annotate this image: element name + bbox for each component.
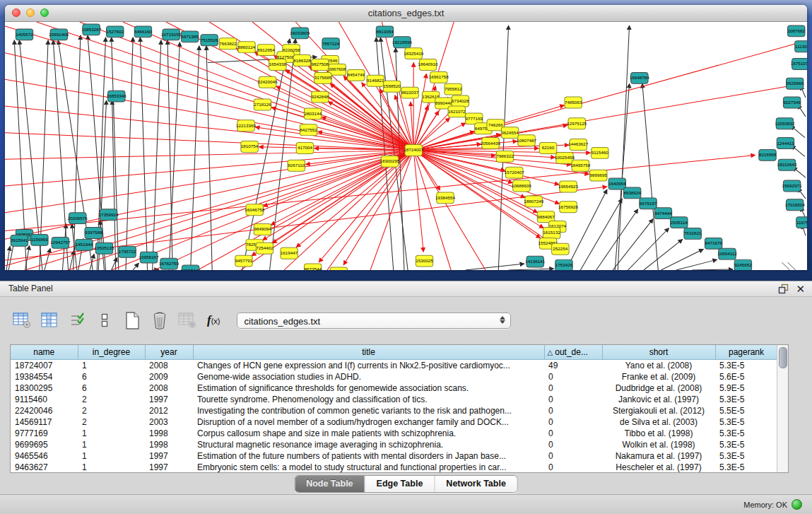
table-cell[interactable]: 2: [78, 416, 145, 428]
table-cell[interactable]: 1997: [145, 394, 193, 405]
table-mode-icon[interactable]: [11, 310, 33, 331]
network-node[interactable]: 18210643: [777, 159, 797, 170]
table-cell[interactable]: 9463627: [11, 462, 78, 473]
network-node[interactable]: 10719155: [161, 29, 182, 40]
network-node[interactable]: 19654923: [558, 181, 579, 192]
tab-node-table[interactable]: Node Table: [295, 476, 365, 492]
resize-grip-icon[interactable]: [782, 262, 800, 270]
column-header-year[interactable]: year: [145, 345, 193, 359]
network-node[interactable]: 9346564: [330, 267, 348, 270]
tab-edge-table[interactable]: Edge Table: [365, 476, 435, 492]
delete-table-icon[interactable]: [177, 310, 198, 331]
network-node[interactable]: 7485063: [565, 97, 582, 108]
network-node[interactable]: 15720407: [505, 167, 525, 178]
network-node[interactable]: 2087682: [787, 25, 805, 37]
table-cell[interactable]: 14569117: [11, 416, 78, 428]
table-scrollbar[interactable]: [777, 345, 788, 472]
table-cell[interactable]: Embryonic stem cells: a model to study s…: [193, 462, 544, 473]
table-cell[interactable]: Estimation of the future numbers of pati…: [193, 450, 544, 462]
table-cell[interactable]: Genome-wide association studies in ADHD.: [193, 371, 544, 382]
network-node[interactable]: 16033809: [290, 28, 310, 39]
network-node[interactable]: 9827508: [312, 59, 329, 71]
network-node[interactable]: 2803144: [304, 108, 322, 119]
network-node[interactable]: 1810754: [241, 141, 259, 153]
delete-column-icon[interactable]: [149, 310, 170, 331]
network-node[interactable]: 1113054: [795, 41, 807, 52]
network-node[interactable]: 6734028: [452, 95, 469, 107]
network-node[interactable]: 12923446: [181, 265, 201, 270]
network-node[interactable]: 8822037: [401, 87, 419, 98]
table-cell[interactable]: Hescheler et al. (1997): [602, 462, 715, 473]
table-cell[interactable]: 49: [544, 359, 602, 371]
table-cell[interactable]: 2003: [145, 416, 193, 428]
function-builder-icon[interactable]: f(x): [207, 313, 220, 327]
network-node[interactable]: 14136141: [525, 256, 546, 267]
table-cell[interactable]: 5.3E-5: [715, 428, 777, 439]
network-node[interactable]: 8813054: [376, 26, 394, 37]
network-node[interactable]: 13505135: [94, 243, 114, 254]
network-node[interactable]: 417004: [296, 143, 313, 154]
table-cell[interactable]: Disruption of a novel member of a sodium…: [193, 416, 544, 428]
table-cell[interactable]: 5.9E-5: [715, 382, 777, 394]
table-cell[interactable]: 5.5E-5: [715, 405, 777, 416]
network-node[interactable]: 3624554: [501, 127, 519, 139]
network-node[interactable]: 1530025: [416, 255, 433, 267]
network-node[interactable]: 1527602: [106, 26, 124, 37]
table-cell[interactable]: 6: [78, 371, 145, 382]
table-cell[interactable]: 2: [78, 405, 145, 416]
network-node[interactable]: 3915941: [11, 235, 28, 246]
table-row[interactable]: 1938455462009Genome-wide association stu…: [11, 371, 777, 382]
network-node[interactable]: 17359924: [99, 209, 119, 221]
network-node[interactable]: 16046758: [245, 204, 265, 216]
table-cell[interactable]: Stergiakouli et al. (2012): [602, 405, 715, 416]
table-cell[interactable]: 1997: [145, 450, 193, 462]
column-header-short[interactable]: short: [602, 345, 715, 359]
column-header-name[interactable]: name: [11, 345, 78, 359]
new-column-icon[interactable]: [122, 310, 143, 331]
table-cell[interactable]: Tourette syndrome. Phenomenology and cla…: [193, 394, 544, 405]
network-node[interactable]: 2935114: [671, 217, 688, 228]
table-row[interactable]: 946362711997Embryonic stem cells: a mode…: [11, 462, 777, 473]
column-header-in-degree[interactable]: in_degree: [78, 345, 145, 359]
table-cell[interactable]: 18300295: [11, 382, 78, 394]
table-cell[interactable]: 6: [78, 382, 145, 394]
network-node[interactable]: 15692971: [782, 180, 803, 192]
table-cell[interactable]: 0: [544, 439, 602, 450]
network-node[interactable]: 8673544: [304, 264, 322, 270]
table-cell[interactable]: 1: [78, 450, 145, 462]
network-node[interactable]: 9146821: [367, 75, 384, 86]
network-node[interactable]: 18640910: [418, 59, 439, 71]
network-node[interactable]: 1615132: [543, 228, 560, 239]
network-hub-node[interactable]: 18724007: [404, 145, 424, 156]
network-node[interactable]: 22420046: [258, 76, 278, 88]
network-node[interactable]: 3175685: [314, 72, 332, 83]
table-cell[interactable]: Corpus callosum shape and size in male p…: [193, 428, 544, 439]
network-node[interactable]: 10654112: [717, 248, 737, 259]
network-node[interactable]: 9529966: [786, 78, 804, 89]
network-node[interactable]: 15751074: [791, 59, 807, 70]
network-node[interactable]: 7254402: [256, 243, 273, 254]
network-node[interactable]: 9245652: [734, 259, 752, 270]
network-node[interactable]: 10958167: [139, 252, 160, 263]
table-cell[interactable]: 18724007: [11, 359, 78, 371]
network-node[interactable]: 7955812: [445, 83, 462, 95]
table-cell[interactable]: 2009: [145, 371, 193, 382]
network-node[interactable]: 7857224: [322, 38, 340, 49]
network-node[interactable]: 9242848: [312, 91, 329, 103]
table-cell[interactable]: 0: [544, 428, 602, 439]
network-node[interactable]: 12093832: [775, 118, 795, 129]
network-node[interactable]: 18807249: [524, 196, 544, 207]
table-select-dropdown[interactable]: citations_edges.txt: [237, 313, 511, 329]
table-cell[interactable]: Yano et al. (2008): [602, 359, 715, 371]
network-node[interactable]: 1588520: [383, 81, 401, 92]
table-cell[interactable]: Investigating the contribution of common…: [193, 405, 544, 416]
network-node[interactable]: 1795722: [119, 246, 136, 257]
column-header-pagerank[interactable]: pagerank: [715, 345, 777, 359]
network-node[interactable]: 20853346: [107, 90, 127, 102]
network-node[interactable]: 6679197: [640, 198, 657, 209]
table-scrollbar-thumb[interactable]: [779, 347, 787, 368]
network-node[interactable]: 2718126: [254, 99, 271, 110]
network-node[interactable]: 9474444: [654, 208, 672, 219]
network-node[interactable]: 1451944: [76, 239, 93, 250]
table-cell[interactable]: 0: [544, 405, 602, 416]
